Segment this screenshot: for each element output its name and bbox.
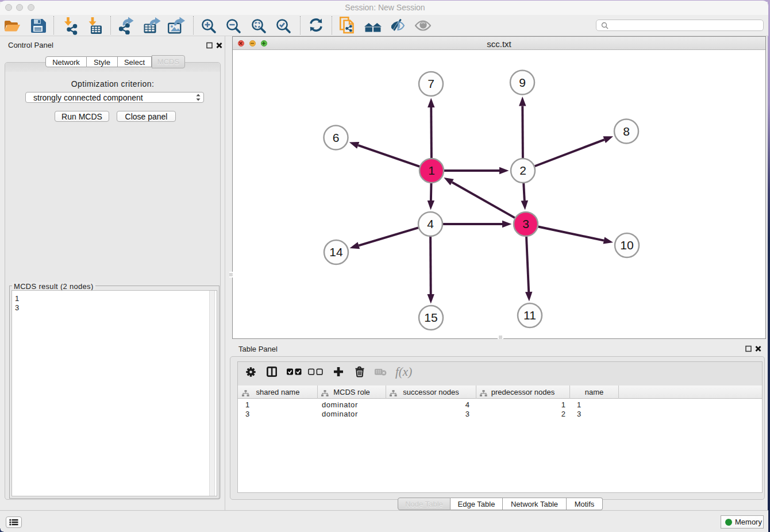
svg-text:10: 10 <box>620 238 633 252</box>
svg-text:15: 15 <box>424 311 437 324</box>
svg-text:11: 11 <box>523 309 536 322</box>
svg-text:2: 2 <box>519 164 526 177</box>
svg-text:8: 8 <box>623 125 630 138</box>
svg-text:4: 4 <box>427 217 434 230</box>
svg-text:3: 3 <box>522 217 529 230</box>
svg-text:7: 7 <box>428 77 434 90</box>
svg-text:1: 1 <box>428 164 435 177</box>
svg-text:14: 14 <box>329 245 343 259</box>
svg-text:6: 6 <box>333 131 340 144</box>
svg-text:9: 9 <box>519 76 526 89</box>
